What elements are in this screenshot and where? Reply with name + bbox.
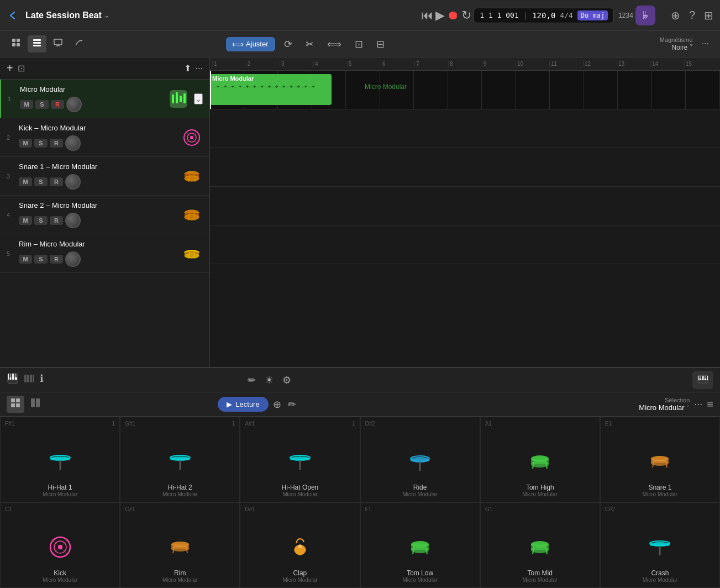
drum-pad-tom-low[interactable]: F1 Tom LowMicro Modular: [360, 502, 480, 588]
track-rec-1[interactable]: R: [51, 100, 64, 109]
add-icon[interactable]: ⊕: [671, 9, 680, 22]
help-icon[interactable]: ?: [689, 9, 695, 22]
drum-pad-hi-hat-open[interactable]: A#11 Hi-Hat OpenMicro Modular: [240, 417, 360, 502]
track-solo-5[interactable]: S: [34, 255, 48, 264]
drum-pad-hi-hat-1[interactable]: F#11 Hi-Hat 1Micro Modular: [0, 417, 120, 502]
track-lane-3: [210, 148, 720, 187]
track-solo-1[interactable]: S: [35, 100, 49, 109]
pad-name-label: Rim: [174, 569, 186, 577]
ruler-mark: 6: [381, 61, 414, 67]
track-rec-5[interactable]: R: [50, 255, 63, 264]
region-1[interactable]: Micro Modular ·-·+·-·+·-·+·-·+·-·+·-·+·-…: [210, 74, 332, 105]
curve-tool-button[interactable]: [70, 35, 88, 53]
drum-menu-button[interactable]: ≡: [707, 398, 713, 411]
svg-point-32: [185, 254, 199, 258]
back-button[interactable]: [7, 9, 19, 22]
editor-eq-icon[interactable]: ⚙: [282, 374, 291, 386]
pad-key-label: F#1: [5, 421, 14, 427]
more-button[interactable]: ···: [697, 36, 713, 51]
track-rec-4[interactable]: R: [50, 216, 63, 225]
copy-button[interactable]: ⊡: [350, 36, 367, 53]
project-title[interactable]: Late Session Beat ⌄: [25, 11, 109, 20]
track-volume-3[interactable]: [65, 174, 81, 190]
snap-button[interactable]: ⟾ Ajuster: [226, 37, 275, 51]
editor-steps-icon[interactable]: [23, 372, 35, 387]
track-mute-4[interactable]: M: [19, 216, 32, 225]
editor-sun-icon[interactable]: ☀: [265, 374, 274, 386]
skip-back-button[interactable]: ⏮: [421, 8, 433, 23]
share-icon[interactable]: ⊞: [704, 9, 713, 22]
drum-pad-tom-high[interactable]: A1 Tom HighMicro Modular: [480, 417, 600, 502]
screen-view-button[interactable]: [49, 35, 67, 53]
svg-rect-118: [650, 544, 670, 546]
alert-button[interactable]: 𝄫: [635, 6, 655, 25]
track-mute-2[interactable]: M: [19, 139, 32, 148]
track-num-2: 2: [7, 134, 14, 141]
track-icon-4[interactable]: [181, 204, 203, 226]
cut-button[interactable]: ✂: [301, 36, 318, 53]
drum-pad-clap[interactable]: D#1 ClapMicro Modular: [240, 502, 360, 588]
lecture-button[interactable]: ▶ Lecture: [218, 397, 268, 412]
editor-info-icon[interactable]: ℹ: [40, 372, 44, 387]
grid-view-button[interactable]: [7, 35, 25, 53]
editor-piano-icon[interactable]: [7, 372, 19, 387]
region-label-1: Micro Modular: [210, 74, 332, 83]
list-view-button[interactable]: [28, 35, 46, 53]
track-row-1: 1 Micro Modular M S R ⌄: [0, 80, 209, 118]
play-button[interactable]: ▶: [435, 8, 445, 23]
loop-button[interactable]: ↻: [461, 8, 471, 23]
copy-track-button[interactable]: ⊡: [18, 63, 25, 74]
drum-pad-tom-mid[interactable]: G1 Tom MidMicro Modular: [480, 502, 600, 588]
track-volume-2[interactable]: [65, 135, 81, 151]
drum-center-controls: ▶ Lecture ⊕ ✏: [218, 397, 296, 412]
pad-icon-hihat: [287, 449, 313, 479]
drum-panel-button[interactable]: [27, 396, 44, 413]
track-solo-3[interactable]: S: [34, 177, 48, 186]
track-info-1: Micro Modular M S R: [20, 85, 163, 112]
pad-name-label: Hi-Hat 2: [168, 484, 192, 491]
ruler-mark: 4: [313, 61, 347, 67]
drum-pad-ride[interactable]: D#2 RideMicro Modular: [360, 417, 480, 502]
svg-rect-47: [27, 375, 29, 382]
track-volume-5[interactable]: [65, 251, 81, 267]
track-icon-5[interactable]: [181, 243, 203, 265]
record-button[interactable]: ⏺: [447, 8, 459, 23]
add-track-button[interactable]: +: [7, 62, 13, 75]
drum-pad-kick[interactable]: C1 KickMicro Modular: [0, 502, 120, 588]
track-mute-5[interactable]: M: [19, 255, 32, 264]
track-expand-1[interactable]: ⌄: [194, 93, 203, 104]
cycle-button[interactable]: ⟳: [280, 36, 297, 53]
track-volume-4[interactable]: [65, 213, 81, 228]
track-icon-2[interactable]: [181, 127, 203, 149]
pad-name-label: Kick: [54, 569, 66, 577]
editor-pencil-icon[interactable]: ✏: [248, 374, 256, 386]
drum-pad-crash[interactable]: C#2 CrashMicro Modular: [600, 502, 720, 588]
track-volume-1[interactable]: [66, 97, 82, 112]
drum-pad-snare-1[interactable]: E1 Snare 1Micro Modular: [600, 417, 720, 502]
track-mute-1[interactable]: M: [20, 100, 33, 109]
selection-chevron-icon: ˅: [686, 405, 690, 411]
grid-column: [448, 71, 482, 109]
pad-icon-tom: [527, 449, 553, 479]
track-more-button[interactable]: ···: [196, 64, 203, 74]
key-display: Do maj: [577, 11, 608, 20]
track-icon-1[interactable]: [167, 88, 190, 110]
selection-value[interactable]: Micro Modular ˅: [639, 403, 690, 412]
drum-grid-button[interactable]: [7, 396, 24, 413]
drum-pad-hi-hat-2[interactable]: G#11 Hi-Hat 2Micro Modular: [120, 417, 240, 502]
drum-pad-rim[interactable]: C#1 RimMicro Modular: [120, 502, 240, 588]
track-icon-3[interactable]: [181, 165, 203, 187]
track-rec-2[interactable]: R: [50, 139, 63, 148]
track-solo-4[interactable]: S: [34, 216, 48, 225]
track-mute-3[interactable]: M: [19, 177, 32, 186]
track-rec-3[interactable]: R: [50, 177, 63, 186]
drum-more-button[interactable]: ···: [694, 398, 702, 410]
resize-button[interactable]: ⟺: [323, 36, 346, 53]
drum-crosshair-icon[interactable]: ⊕: [273, 398, 281, 411]
paste-button[interactable]: ⊟: [372, 36, 389, 53]
track-lane-2: [210, 109, 720, 148]
track-solo-2[interactable]: S: [34, 139, 48, 148]
drum-pencil-icon[interactable]: ✏: [288, 398, 296, 411]
track-upload-button[interactable]: ⬆: [184, 63, 191, 74]
editor-piano-right[interactable]: [692, 371, 713, 389]
